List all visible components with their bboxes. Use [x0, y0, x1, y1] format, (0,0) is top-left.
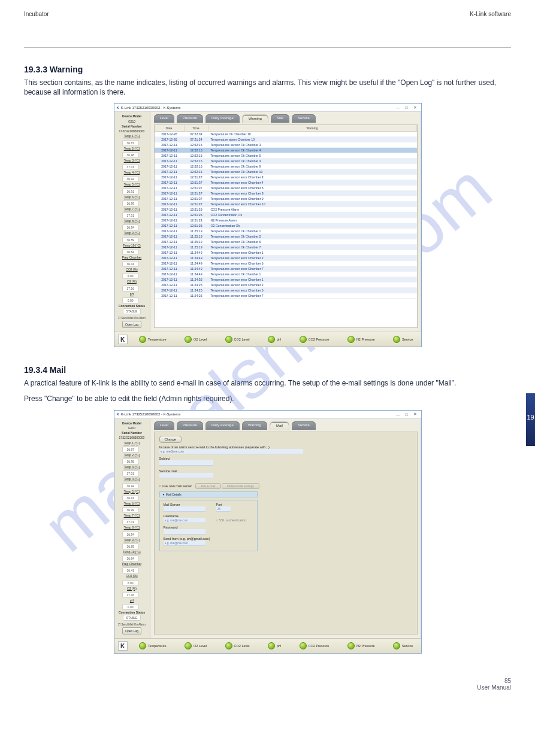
table-row[interactable]: 2017-12-1112:51:37Temperatures sensor er… — [155, 175, 417, 180]
addresses-field[interactable] — [159, 449, 303, 454]
port-field[interactable] — [216, 506, 231, 512]
table-row[interactable]: 2017-12-1111:24:35Temperatures sensor er… — [155, 277, 417, 283]
status-label: O2 Level — [194, 338, 207, 341]
metric-label: Temp 5 (°C) — [122, 183, 142, 186]
table-row[interactable]: 2017-12-1111:25:19Temperatures sensor Ok… — [155, 234, 417, 239]
cell: Temperatures sensor Ok Chamber 4 — [208, 148, 417, 153]
table-row[interactable]: 2017-12-1112:52:16Temperatures sensor Ok… — [155, 159, 417, 164]
open-log-button[interactable]: Open Log — [122, 321, 141, 328]
table-row[interactable]: 2017-12-1111:24:49Temperatures sensor er… — [155, 256, 417, 261]
default-settings-button[interactable]: Default mail settings — [222, 483, 259, 489]
table-row[interactable]: 2017-12-2607:22:03Temperature Ok Chamber… — [155, 132, 417, 137]
tab-warning[interactable]: Warning — [242, 114, 268, 123]
warning-grid[interactable]: Date Time Warning 2017-12-2607:22:03Temp… — [154, 125, 418, 328]
table-row[interactable]: 2017-12-1111:25:19Temperatures sensor Ok… — [155, 245, 417, 250]
table-row[interactable]: 2017-12-1112:51:37Temperatures sensor er… — [155, 180, 417, 186]
tab-service[interactable]: Service — [292, 114, 316, 123]
cell: CO2 Concentration Ok — [208, 212, 417, 217]
send-mail-check[interactable]: ☐ Send Mail On Alarm — [118, 623, 145, 626]
table-row[interactable]: 2017-12-1111:25:19Temperatures sensor Ok… — [155, 229, 417, 234]
table-row[interactable]: 2017-12-1112:51:37Temperatures sensor er… — [155, 186, 417, 191]
cell: 11:25:19 — [185, 234, 208, 239]
table-row[interactable]: 2017-12-1111:24:25Temperatures sensor er… — [155, 283, 417, 288]
metric-label: pH — [122, 293, 142, 296]
table-row[interactable]: 2017-12-1112:51:26CO2 Concentration Ok — [155, 212, 417, 218]
sidebar: Device Model G210 Serial Number 1732G210… — [114, 419, 150, 639]
tab-pressure[interactable]: Pressure — [177, 114, 203, 123]
maximize-icon[interactable]: □ — [403, 105, 410, 111]
table-row[interactable]: 2017-12-1111:24:49Temperatures sensor Ok… — [155, 272, 417, 277]
metric-value: 37.01 — [122, 164, 139, 170]
connection-status-label: Connection Status — [119, 611, 145, 614]
cell: 11:24:25 — [185, 293, 208, 298]
metric-label: Temp 1 (°C) — [122, 442, 142, 445]
status-led-icon — [185, 336, 192, 343]
open-log-button[interactable]: Open Log — [122, 627, 141, 634]
tab-pressure[interactable]: Pressure — [177, 421, 203, 430]
metric-value: 36.91 — [122, 495, 139, 501]
table-row[interactable]: 2017-12-1112:51:23N2 Pressure Alarm — [155, 218, 417, 223]
table-row[interactable]: 2017-12-1111:25:19Temperatures sensor Ok… — [155, 239, 417, 245]
table-row[interactable]: 2017-12-1112:52:16Temperatures sensor Ok… — [155, 164, 417, 169]
table-row[interactable]: 2017-12-1112:51:37Temperatures sensor er… — [155, 196, 417, 202]
send-mail-check[interactable]: ☐ Send Mail On Alarm — [118, 317, 145, 320]
table-row[interactable]: 2017-12-1112:51:37Temperatures sensor er… — [155, 191, 417, 196]
table-row[interactable]: 2017-12-1111:24:25Temperatures sensor er… — [155, 293, 417, 299]
maximize-icon[interactable]: □ — [403, 411, 410, 417]
metric-label: Temp 10 (°C) — [122, 551, 142, 554]
service-mail-field[interactable] — [159, 473, 213, 478]
metric-value: 17.16 — [122, 286, 139, 292]
subject-field[interactable] — [159, 460, 213, 466]
metric-label: Temp 9 (°C) — [122, 539, 142, 542]
tabs: LevelPressureDaily AverageWarningMailSer… — [154, 421, 418, 430]
tab-daily-average[interactable]: Daily Average — [205, 421, 240, 430]
mail-details-header[interactable]: ▼ Mail Details — [159, 491, 258, 497]
table-row[interactable]: 2017-12-1111:24:49Temperatures sensor er… — [155, 261, 417, 266]
tab-level[interactable]: Level — [154, 114, 174, 123]
col-time[interactable]: Time — [185, 125, 208, 131]
tab-warning[interactable]: Warning — [242, 421, 267, 430]
use-own-check[interactable]: ○ Use own mail server — [159, 484, 192, 488]
col-date[interactable]: Date — [155, 125, 185, 131]
table-row[interactable]: 2017-12-1112:52:16Temperatures sensor Ok… — [155, 148, 417, 153]
minimize-icon[interactable]: — — [395, 105, 402, 111]
cell: 2017-12-11 — [155, 272, 185, 277]
cell: Temperatures sensor error Chamber 7 — [208, 266, 417, 271]
table-row[interactable]: 2017-12-1111:24:25Temperatures sensor er… — [155, 288, 417, 293]
mail-server-field[interactable] — [164, 506, 205, 512]
metric-value: 36.87 — [122, 447, 139, 453]
tab-daily-average[interactable]: Daily Average — [205, 114, 240, 123]
table-row[interactable]: 2017-12-1112:52:16Temperatures sensor Ok… — [155, 169, 417, 175]
cell: 2017-12-11 — [155, 164, 185, 169]
cell: 2017-12-11 — [155, 266, 185, 271]
cell: CO2 Pressure Alarm — [208, 207, 417, 212]
table-row[interactable]: 2017-12-1111:24:49Temperatures sensor er… — [155, 266, 417, 272]
minimize-icon[interactable]: — — [395, 411, 402, 417]
change-button[interactable]: Change — [159, 436, 182, 443]
tab-service[interactable]: Service — [292, 421, 316, 430]
password-field[interactable] — [164, 529, 205, 535]
table-row[interactable]: 2017-12-1112:52:16Temperatures sensor Ok… — [155, 142, 417, 148]
header-right: K-Link software — [470, 11, 511, 17]
metric-label: Temp 6 (°C) — [122, 502, 142, 505]
table-row[interactable]: 2017-12-1112:51:37Temperatures sensor er… — [155, 202, 417, 207]
metric-value: 36.98 — [122, 152, 139, 158]
close-icon[interactable]: ✕ — [412, 411, 419, 417]
cell: 07:21:24 — [185, 137, 208, 142]
table-row[interactable]: 2017-12-1112:51:26O2 Concentration Ok — [155, 223, 417, 229]
tab-mail[interactable]: Mail — [270, 421, 289, 430]
tab-mail[interactable]: Mail — [271, 114, 289, 123]
close-icon[interactable]: ✕ — [412, 105, 419, 111]
ssl-check[interactable]: ○ SSL authentication — [216, 518, 247, 522]
table-row[interactable]: 2017-12-2607:21:24Temperature alarm Cham… — [155, 137, 417, 142]
sendfrom-field[interactable] — [164, 541, 205, 546]
table-row[interactable]: 2017-12-1112:52:16Temperatures sensor Ok… — [155, 153, 417, 159]
table-row[interactable]: 2017-12-1111:24:49Temperatures sensor er… — [155, 250, 417, 256]
table-row[interactable]: 2017-12-1112:51:26CO2 Pressure Alarm — [155, 207, 417, 212]
cell: 12:52:16 — [185, 142, 208, 147]
test-email-button[interactable]: Test e-mail — [195, 483, 220, 489]
tab-level[interactable]: Level — [154, 421, 174, 430]
username-field[interactable] — [164, 518, 205, 523]
cell: 11:24:49 — [185, 250, 208, 255]
col-warning[interactable]: Warning — [208, 125, 417, 131]
